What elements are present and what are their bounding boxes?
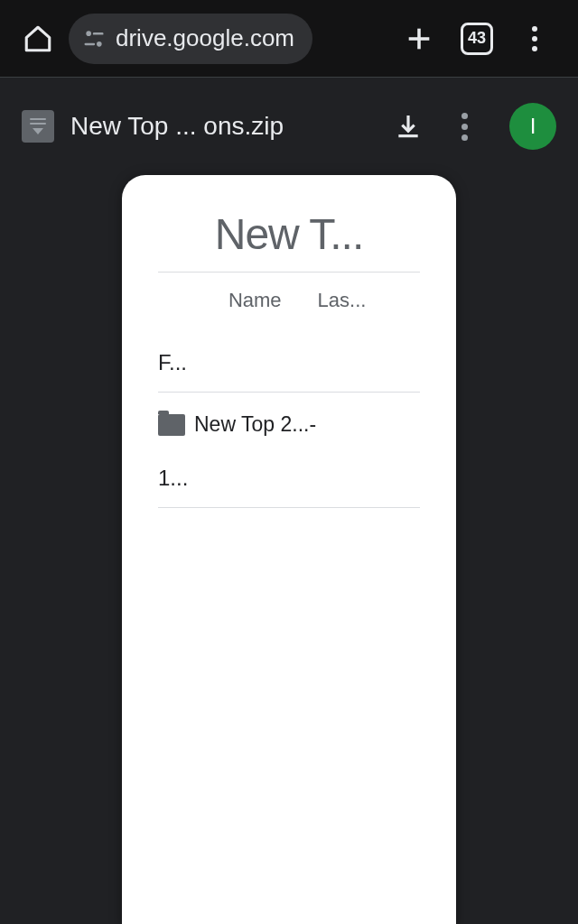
svg-rect-3 xyxy=(85,42,96,45)
archive-title: New T... xyxy=(122,209,456,259)
tab-count-badge: 43 xyxy=(461,23,493,55)
site-settings-icon xyxy=(81,26,107,51)
drive-header-bar: New Top ... ons.zip I xyxy=(0,78,578,175)
column-headers: Name Las... xyxy=(158,273,420,328)
column-last-header[interactable]: Las... xyxy=(300,289,420,312)
preview-area: New T... Name Las... F... New Top 2...- … xyxy=(0,175,578,924)
tabs-button[interactable]: 43 xyxy=(452,14,502,64)
more-actions-button[interactable] xyxy=(444,106,484,146)
download-icon xyxy=(394,112,423,141)
kebab-icon xyxy=(461,113,468,141)
archive-file-icon xyxy=(22,110,54,143)
home-button[interactable] xyxy=(18,19,58,59)
avatar-initial: I xyxy=(530,114,536,139)
browser-menu-button[interactable] xyxy=(509,14,560,64)
svg-point-0 xyxy=(86,31,91,36)
count-label: 1... xyxy=(158,439,420,507)
svg-point-2 xyxy=(97,42,102,47)
plus-icon xyxy=(404,23,434,54)
browser-top-bar: drive.google.com 43 xyxy=(0,0,578,77)
new-tab-button[interactable] xyxy=(394,14,444,64)
download-button[interactable] xyxy=(388,106,428,146)
url-bar[interactable]: drive.google.com xyxy=(69,14,312,64)
file-row-name: New Top 2...- xyxy=(194,412,316,437)
kebab-icon xyxy=(532,26,537,51)
column-name-header[interactable]: Name xyxy=(158,289,300,312)
section-label: F... xyxy=(158,328,420,392)
folder-icon xyxy=(158,414,185,436)
svg-rect-1 xyxy=(93,32,104,35)
preview-card: New T... Name Las... F... New Top 2...- … xyxy=(122,175,456,924)
home-icon xyxy=(23,23,53,54)
file-row[interactable]: New Top 2...- xyxy=(158,393,420,439)
divider xyxy=(158,507,420,508)
file-title: New Top ... ons.zip xyxy=(70,112,372,141)
account-avatar[interactable]: I xyxy=(509,103,556,150)
url-text: drive.google.com xyxy=(116,24,294,52)
